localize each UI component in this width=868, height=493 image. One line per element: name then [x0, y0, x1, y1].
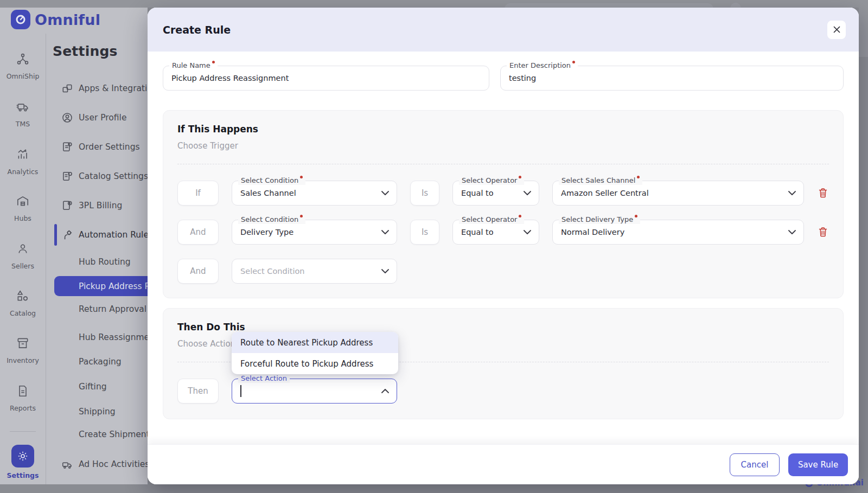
operator-select[interactable]: Select Operator Equal to [452, 220, 539, 245]
rail-item-label: Inventory [7, 356, 39, 364]
dropdown-option-route-nearest[interactable]: Route to Nearest Pickup Address [232, 332, 398, 353]
menu-item-ad-hoc-activities[interactable]: Ad Hoc Activities [46, 452, 148, 476]
rail-item-omniship[interactable]: OmniShip [0, 52, 46, 80]
menu-item-label: Gifting [79, 382, 107, 392]
rule-name-field[interactable]: Rule Name [163, 66, 489, 91]
rail-item-catalog[interactable]: Catalog [0, 289, 46, 317]
condition-select-label: Select Condition [238, 215, 305, 224]
rail-item-label: Hubs [14, 214, 31, 222]
trash-icon [818, 226, 828, 238]
app-logo[interactable]: Omniful [11, 10, 100, 29]
rail-item-label: Analytics [8, 168, 39, 176]
rail-item-reports[interactable]: Reports [0, 384, 46, 412]
rail-item-analytics[interactable]: Analytics [0, 148, 46, 176]
menu-item-label: Create Shipment [79, 430, 148, 439]
chevron-down-icon [381, 191, 389, 195]
menu-item-catalog-settings[interactable]: Catalog Settings [46, 164, 148, 188]
required-asterisk [635, 215, 637, 217]
modal-body: Rule Name Enter Description If This Happ… [148, 52, 859, 444]
description-label: Enter Description [507, 61, 578, 70]
puzzle-icon [61, 82, 73, 94]
sales-channel-select-value: Amazon Seller Central [561, 189, 783, 197]
rule-name-input[interactable] [171, 74, 468, 82]
menu-item-hub-reassignment[interactable]: Hub Reassignment [46, 325, 148, 349]
chevron-down-icon [524, 191, 531, 195]
menu-item-pickup-address-reassignment[interactable]: Pickup Address Reassignment [54, 276, 148, 296]
close-button[interactable] [827, 21, 846, 39]
menu-item-label: Packaging [79, 357, 122, 367]
menu-item-shipping[interactable]: Shipping [46, 400, 148, 424]
omniful-logo-icon [11, 10, 30, 29]
action-select-label: Select Action [238, 374, 290, 383]
catalog-settings-icon [61, 170, 73, 182]
delivery-type-select-label: Select Delivery Type [559, 215, 640, 224]
box-icon [16, 336, 30, 353]
delivery-type-select[interactable]: Select Delivery Type Normal Delivery [552, 220, 804, 245]
menu-item-gifting[interactable]: Gifting [46, 375, 148, 399]
menu-item-hub-routing[interactable]: Hub Routing [46, 250, 148, 274]
operator-select[interactable]: Select Operator Equal to [452, 181, 539, 206]
save-rule-button[interactable]: Save Rule [788, 453, 848, 476]
menu-item-automation-rules[interactable]: Automation Rules [46, 223, 148, 247]
menu-item-label: Hub Routing [79, 257, 131, 267]
menu-item-user-profile[interactable]: User Profile [46, 106, 148, 130]
if-section-subtitle: Choose Trigger [177, 141, 829, 151]
description-field[interactable]: Enter Description [500, 66, 844, 91]
close-icon [833, 26, 840, 33]
rail-item-label: OmniShip [7, 72, 40, 80]
condition-select[interactable]: Select Condition Sales Channel [232, 181, 397, 206]
condition-select-placeholder: Select Condition [240, 267, 376, 276]
rail-item-label: Settings [7, 471, 39, 479]
connector-chip-and: And [177, 259, 219, 284]
analytics-icon [16, 148, 30, 164]
required-asterisk [300, 215, 303, 217]
condition-select[interactable]: Select Condition Delivery Type [232, 220, 397, 245]
condition-select-empty[interactable]: Select Condition [232, 259, 397, 284]
delete-condition-button[interactable] [817, 187, 829, 200]
rail-item-hubs[interactable]: Hubs [0, 194, 46, 222]
rail-item-sellers[interactable]: Sellers [0, 242, 46, 270]
rail-divider [10, 431, 36, 432]
action-row: Then Select Action Route to Nearest Pick… [177, 379, 829, 404]
menu-item-order-settings[interactable]: Order Settings [46, 135, 148, 159]
menu-item-packaging[interactable]: Packaging [46, 350, 148, 374]
user-icon [16, 242, 30, 258]
menu-item-label: Catalog Settings [79, 171, 148, 181]
then-section-title: Then Do This [177, 322, 829, 332]
chevron-down-icon [788, 230, 796, 234]
required-asterisk [519, 215, 521, 217]
rail-item-label: Reports [10, 404, 36, 412]
modal-header: Create Rule [148, 8, 859, 52]
cancel-button[interactable]: Cancel [730, 453, 780, 476]
required-asterisk [300, 176, 303, 178]
sales-channel-select[interactable]: Select Sales Channel Amazon Seller Centr… [552, 181, 804, 206]
connector-chip-is: Is [410, 220, 439, 245]
rail-item-tms[interactable]: TMS [0, 100, 46, 128]
rail-item-inventory[interactable]: Inventory [0, 336, 46, 364]
operator-select-label: Select Operator [459, 215, 524, 224]
menu-item-label: Hub Reassignment [79, 332, 148, 342]
trash-icon [818, 187, 828, 199]
description-input[interactable] [509, 74, 822, 82]
menu-item-return-approval[interactable]: Return Approval [46, 297, 148, 321]
menu-item-label: 3PL Billing [79, 201, 122, 210]
menu-item-label: Pickup Address Reassignment [79, 281, 148, 291]
menu-item-3pl-billing[interactable]: 3PL Billing [46, 194, 148, 217]
chevron-down-icon [381, 269, 389, 273]
menu-item-apps-integrations[interactable]: Apps & Integrations [46, 76, 148, 100]
delete-condition-button[interactable] [817, 226, 829, 239]
action-select[interactable]: Select Action Route to Nearest Pickup Ad… [232, 379, 397, 404]
menu-item-create-shipment[interactable]: Create Shipment [46, 422, 148, 446]
delivery-type-select-value: Normal Delivery [561, 228, 783, 236]
text-caret [240, 385, 241, 397]
operator-select-label: Select Operator [459, 176, 524, 185]
gear-icon [11, 445, 34, 468]
rail-item-label: TMS [16, 120, 30, 128]
required-asterisk [212, 61, 215, 63]
rail-item-settings[interactable]: Settings [0, 445, 46, 479]
menu-item-label: Order Settings [79, 142, 140, 152]
dropdown-option-forceful-route[interactable]: Forceful Route to Pickup Address [232, 353, 398, 374]
then-section-card: Then Do This Choose Action Then Select A… [163, 308, 844, 419]
menu-item-label: Ad Hoc Activities [79, 459, 148, 469]
required-asterisk [637, 176, 640, 178]
